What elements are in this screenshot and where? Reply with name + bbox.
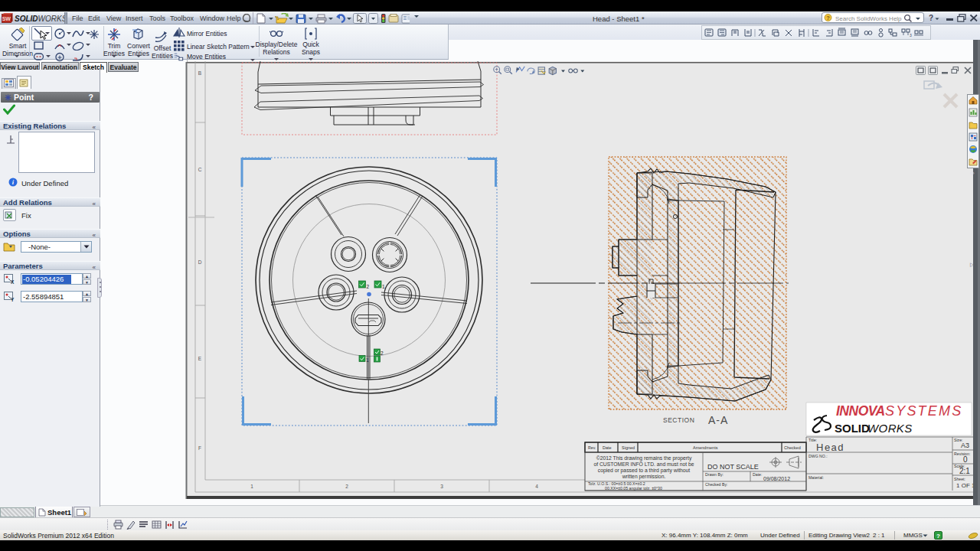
svg-text:Revision:: Revision:	[954, 452, 970, 456]
svg-text:Checked: Checked	[784, 445, 801, 450]
svg-text:WORKS: WORKS	[867, 422, 913, 435]
svg-text:00.XX=±0.05 angular tolz. ±: 00.XX=±0.05 angular tolz. ±0°30	[605, 486, 662, 491]
svg-text:copied or passed to a third p: copied or passed to a third party withou…	[598, 468, 691, 474]
svg-text:1: 1	[366, 357, 369, 363]
svg-text:D: D	[198, 259, 202, 265]
svg-text:F: F	[198, 445, 201, 451]
svg-text:of CUSTOMER INFO LTD. and m: of CUSTOMER INFO LTD. and must not be	[593, 461, 694, 467]
svg-text:2: 2	[345, 484, 348, 489]
svg-text:INNOVA: INNOVA	[836, 403, 885, 419]
svg-text:A3: A3	[961, 442, 969, 449]
svg-text:Y: Y	[11, 297, 15, 302]
svg-text:?: ?	[826, 15, 830, 21]
svg-text:Signed: Signed	[622, 445, 635, 450]
svg-text:Drawn By:: Drawn By:	[705, 472, 724, 477]
svg-text:SECTION: SECTION	[663, 416, 694, 424]
svg-text:X: X	[11, 279, 15, 285]
svg-text:E: E	[198, 356, 202, 361]
svg-text:3: 3	[910, 33, 912, 37]
svg-text:0: 0	[963, 455, 968, 464]
svg-text:09/08/2012: 09/08/2012	[763, 476, 790, 481]
svg-text:1: 1	[250, 484, 253, 489]
svg-text:SOLID: SOLID	[835, 422, 870, 435]
svg-text:written permission.: written permission.	[622, 474, 666, 480]
svg-text:Date:: Date:	[753, 472, 762, 477]
svg-text:SW: SW	[2, 16, 11, 21]
svg-text:B: B	[198, 70, 201, 76]
svg-text:3: 3	[440, 484, 443, 489]
svg-text:SYSTEMS: SYSTEMS	[885, 403, 962, 419]
svg-text:Checked By:: Checked By:	[705, 482, 727, 487]
svg-text:1 OF 1: 1 OF 1	[956, 482, 975, 489]
svg-text:2:1: 2:1	[959, 467, 970, 475]
svg-text:Date: Date	[603, 445, 612, 450]
svg-text:DWG NO.:: DWG NO.:	[808, 454, 828, 458]
svg-text:2: 2	[381, 350, 384, 356]
svg-text:Amendments: Amendments	[693, 445, 718, 450]
svg-text:2: 2	[367, 284, 370, 289]
svg-text:©2012 This drawing remains t: ©2012 This drawing remains the property	[596, 455, 692, 461]
svg-text:DO NOT SCALE: DO NOT SCALE	[707, 463, 759, 471]
svg-text:Rev.: Rev.	[588, 445, 596, 450]
svg-text:1: 1	[382, 284, 385, 289]
svg-text:Material:: Material:	[808, 475, 824, 480]
svg-text:4: 4	[535, 484, 538, 489]
svg-text:Sheet:: Sheet:	[954, 477, 965, 481]
svg-text:A-A: A-A	[708, 414, 728, 426]
svg-text:Head: Head	[816, 442, 844, 453]
svg-text:C: C	[198, 167, 202, 172]
